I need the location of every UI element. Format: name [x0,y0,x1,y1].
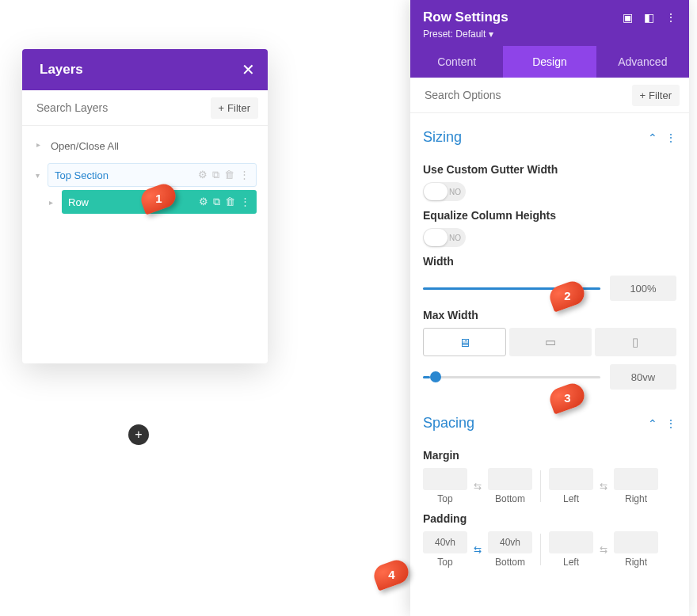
settings-search-row: +Filter [410,78,689,113]
chevron-up-icon[interactable]: ⌃ [648,417,657,430]
margin-top-input[interactable] [423,468,467,490]
padding-grid: Top ⇆ Bottom Left ⇆ Right [423,531,676,568]
toggle-knob [424,229,448,246]
header-icons: ▣ ◧ ⋮ [623,11,676,24]
settings-header: Row Settings ▣ ◧ ⋮ Preset: Default ▾ [410,0,689,46]
more-icon[interactable]: ⋮ [240,196,250,208]
padding-bottom-input[interactable] [488,531,532,553]
chevron-up-icon[interactable]: ⌃ [648,131,657,144]
toggle-value: NO [449,234,461,242]
gear-icon[interactable]: ⚙ [199,196,208,208]
plus-icon: + [219,102,225,114]
gutter-label: Use Custom Gutter Width [423,163,676,176]
margin-grid: Top ⇆ Bottom Left ⇆ Right [423,468,676,504]
sizing-section-head[interactable]: Sizing ⌃⋮ [423,123,676,155]
tab-design[interactable]: Design [503,46,596,78]
layer-label: Row [68,196,89,208]
plus-icon: + [640,89,646,101]
filter-button[interactable]: +Filter [211,97,258,119]
device-desktop[interactable]: 🖥 [423,328,506,356]
annotation-4: 4 [371,557,412,591]
sizing-title: Sizing [423,129,462,146]
spacing-section-head[interactable]: Spacing ⌃⋮ [423,409,676,441]
maxwidth-input[interactable] [610,364,676,390]
chevron-down-icon: ▾ [489,29,493,40]
search-layers-input[interactable] [32,97,211,119]
layers-title: Layers [40,62,83,78]
settings-title: Row Settings [423,10,508,25]
add-button[interactable]: + [128,424,149,445]
more-icon[interactable]: ⋮ [665,11,676,24]
toggle-knob [424,183,448,200]
margin-left-input[interactable] [549,468,593,490]
device-tablet[interactable]: ▭ [509,328,591,356]
layers-header: Layers ✕ [22,49,268,90]
width-input[interactable] [610,276,676,301]
more-icon[interactable]: ⋮ [665,417,676,430]
spacing-title: Spacing [423,415,474,432]
trash-icon[interactable]: 🗑 [225,196,235,208]
maxwidth-slider-row [423,364,676,390]
close-icon[interactable]: ✕ [242,60,255,79]
tab-content[interactable]: Content [410,46,503,78]
margin-label: Margin [423,449,676,462]
duplicate-icon[interactable]: ⧉ [213,196,220,208]
maxwidth-slider[interactable] [423,376,600,378]
search-options-input[interactable] [420,84,632,106]
settings-body: Sizing ⌃⋮ Use Custom Gutter Width NO Equ… [410,113,689,610]
layer-label: Top Section [55,169,109,181]
toggle-value: NO [449,188,461,196]
padding-right-input[interactable] [614,531,658,553]
layer-top-section[interactable]: Top Section ⚙ ⧉ 🗑 ⋮ [48,163,257,187]
gutter-toggle[interactable]: NO [423,182,466,201]
layer-actions: ⚙ ⧉ 🗑 ⋮ [199,196,250,208]
padding-top-input[interactable] [423,531,467,553]
row-settings-panel: Row Settings ▣ ◧ ⋮ Preset: Default ▾ Con… [410,0,689,616]
slider-thumb[interactable] [430,371,441,382]
trash-icon[interactable]: 🗑 [224,169,234,181]
link-icon[interactable]: ⇆ [472,544,483,555]
grid-icon[interactable]: ◧ [644,11,654,24]
tab-advanced[interactable]: Advanced [596,46,689,78]
expand-icon[interactable]: ▣ [623,11,633,24]
device-tabs: 🖥 ▭ ▯ [423,328,676,356]
preset-label[interactable]: Preset: Default ▾ [423,29,676,40]
device-phone[interactable]: ▯ [595,328,676,356]
duplicate-icon[interactable]: ⧉ [212,169,219,181]
more-icon[interactable]: ⋮ [239,169,249,181]
equalize-label: Equalize Column Heights [423,209,676,222]
layers-search-row: +Filter [22,90,268,126]
filter-button[interactable]: +Filter [632,85,680,106]
more-icon[interactable]: ⋮ [665,131,676,144]
layer-actions: ⚙ ⧉ 🗑 ⋮ [198,169,249,181]
width-label: Width [423,255,676,268]
settings-tabs: Content Design Advanced [410,46,689,78]
gear-icon[interactable]: ⚙ [198,169,208,181]
padding-left-input[interactable] [549,531,593,553]
padding-label: Padding [423,512,676,525]
equalize-toggle[interactable]: NO [423,228,466,247]
layers-body: Open/Close All Top Section ⚙ ⧉ 🗑 ⋮ Row ⚙… [22,126,268,363]
link-icon[interactable]: ⇆ [472,481,483,492]
margin-bottom-input[interactable] [488,468,532,490]
link-icon[interactable]: ⇆ [598,481,609,492]
open-close-all[interactable]: Open/Close All [33,134,257,163]
maxwidth-label: Max Width [423,309,676,321]
margin-right-input[interactable] [614,468,658,490]
link-icon[interactable]: ⇆ [598,544,609,555]
